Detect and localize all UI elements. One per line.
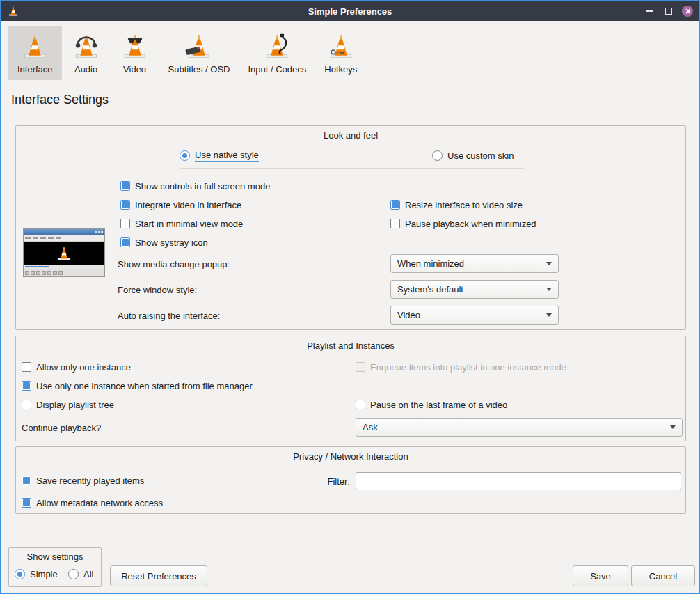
close-icon (685, 8, 690, 14)
group-title: Look and feel (16, 130, 685, 141)
force-window-style-select[interactable]: System's default (390, 280, 559, 299)
checkbox-box (22, 381, 31, 391)
checkbox-label: Integrate video in interface (135, 200, 241, 210)
tab-subtitles-osd[interactable]: Subtitles / OSD (159, 26, 239, 80)
select-value: System's default (397, 284, 463, 295)
minimize-button[interactable] (643, 5, 655, 17)
continue-playback-label: Continue playback? (22, 423, 101, 433)
integrate-video-checkbox[interactable]: Integrate video in interface (120, 199, 241, 210)
checkbox-box (356, 400, 365, 409)
video-cone-icon (120, 31, 150, 62)
restore-icon (665, 8, 672, 15)
show-controls-fullscreen-checkbox[interactable]: Show controls in full screen mode (120, 180, 270, 192)
checkbox-label: Enqueue items into playlist in one insta… (370, 362, 566, 373)
checkbox-label: Show systray icon (135, 237, 208, 248)
auto-raising-label: Auto raising the interface: (118, 311, 220, 321)
audio-cone-icon (71, 31, 102, 62)
enqueue-items-checkbox: Enqueue items into playlist in one insta… (356, 361, 566, 373)
chevron-down-icon (670, 425, 676, 429)
use-custom-skin-radio[interactable]: Use custom skin (432, 150, 514, 161)
select-value: Video (397, 310, 420, 320)
use-native-style-radio[interactable]: Use native style (180, 150, 259, 161)
show-settings-group: Show settings Simple All (8, 547, 102, 587)
checkbox-box (356, 362, 365, 372)
separator (180, 168, 524, 169)
continue-playback-select[interactable]: Ask (356, 418, 683, 437)
preview-menubar (24, 235, 104, 242)
category-toolbar: Interface Audio Video Subtitl (8, 26, 366, 80)
preview-controls (24, 269, 104, 276)
allow-metadata-access-checkbox[interactable]: Allow metadata network access (22, 497, 163, 508)
pause-playback-minimized-checkbox[interactable]: Pause playback when minimized (390, 218, 536, 229)
radio-label: Use native style (195, 150, 259, 162)
chevron-down-icon (546, 288, 552, 291)
checkbox-label: Start in minimal view mode (135, 219, 243, 229)
playlist-instances-group: Playlist and Instances Allow only one in… (15, 336, 686, 441)
input-codecs-cone-icon (262, 31, 292, 62)
filter-input[interactable] (356, 472, 681, 490)
checkbox-label: Allow only one instance (36, 362, 131, 373)
select-value: Ask (363, 422, 378, 432)
auto-raising-select[interactable]: Video (390, 306, 559, 325)
look-and-feel-group: Look and feel Use native style Use custo… (15, 125, 686, 330)
page-title: Interface Settings (11, 93, 109, 107)
window-title: Simple Preferences (1, 6, 699, 17)
save-recently-played-checkbox[interactable]: Save recently played items (22, 475, 144, 486)
group-title: Privacy / Network Interaction (16, 451, 685, 462)
tab-video[interactable]: Video (111, 26, 159, 80)
start-minimal-view-checkbox[interactable]: Start in minimal view mode (120, 218, 243, 229)
select-value: When minimized (397, 258, 464, 269)
tab-audio[interactable]: Audio (62, 26, 111, 80)
chevron-down-icon (546, 262, 552, 265)
chevron-down-icon (546, 313, 552, 317)
allow-one-instance-checkbox[interactable]: Allow only one instance (22, 361, 131, 373)
show-systray-icon-checkbox[interactable]: Show systray icon (120, 237, 208, 248)
header-separator (1, 114, 699, 114)
radio-label: All (83, 569, 93, 579)
tab-hotkeys[interactable]: Hotkeys (315, 26, 366, 80)
tab-interface[interactable]: Interface (8, 26, 62, 80)
radio-circle (432, 150, 443, 161)
pause-last-frame-checkbox[interactable]: Pause on the last frame of a video (356, 399, 507, 410)
radio-circle (15, 569, 25, 579)
checkbox-label: Allow metadata network access (36, 498, 163, 508)
radio-label: Simple (30, 569, 58, 579)
tab-label: Interface (17, 64, 53, 75)
checkbox-box (120, 200, 130, 210)
tab-label: Hotkeys (324, 64, 357, 75)
save-button[interactable]: Save (573, 565, 628, 586)
show-settings-all-radio[interactable]: All (68, 568, 93, 579)
group-title: Show settings (9, 552, 101, 562)
titlebar: Simple Preferences (1, 1, 699, 21)
checkbox-label: Display playlist tree (36, 400, 114, 410)
tab-input-codecs[interactable]: Input / Codecs (239, 26, 315, 80)
radio-label: Use custom skin (447, 150, 514, 161)
checkbox-box (390, 219, 400, 228)
minimize-icon (646, 10, 653, 12)
checkbox-label: Pause playback when minimized (405, 219, 536, 229)
checkbox-label: Resize interface to video size (405, 200, 523, 210)
show-settings-simple-radio[interactable]: Simple (15, 568, 58, 579)
checkbox-box (120, 219, 130, 228)
preview-video-area (24, 242, 104, 265)
checkbox-label: Show controls in full screen mode (135, 181, 270, 192)
checkbox-box (22, 498, 31, 508)
cancel-button[interactable]: Cancel (631, 565, 695, 586)
subtitles-cone-icon (184, 31, 214, 62)
checkbox-box (22, 400, 31, 409)
close-button[interactable] (682, 6, 693, 17)
filter-label: Filter: (294, 476, 350, 487)
media-change-popup-select[interactable]: When minimized (390, 254, 559, 273)
one-instance-file-manager-checkbox[interactable]: Use only one instance when started from … (22, 380, 253, 391)
interface-cone-icon (19, 31, 50, 62)
reset-preferences-button[interactable]: Reset Preferences (110, 565, 207, 586)
radio-circle (180, 150, 190, 161)
preview-titlebar (24, 229, 104, 235)
resize-interface-checkbox[interactable]: Resize interface to video size (390, 199, 523, 210)
display-playlist-tree-checkbox[interactable]: Display playlist tree (22, 399, 114, 410)
checkbox-box (390, 200, 400, 210)
restore-button[interactable] (662, 5, 675, 17)
tab-label: Video (123, 64, 146, 75)
hotkeys-cone-icon (326, 31, 356, 62)
checkbox-box (22, 362, 31, 372)
